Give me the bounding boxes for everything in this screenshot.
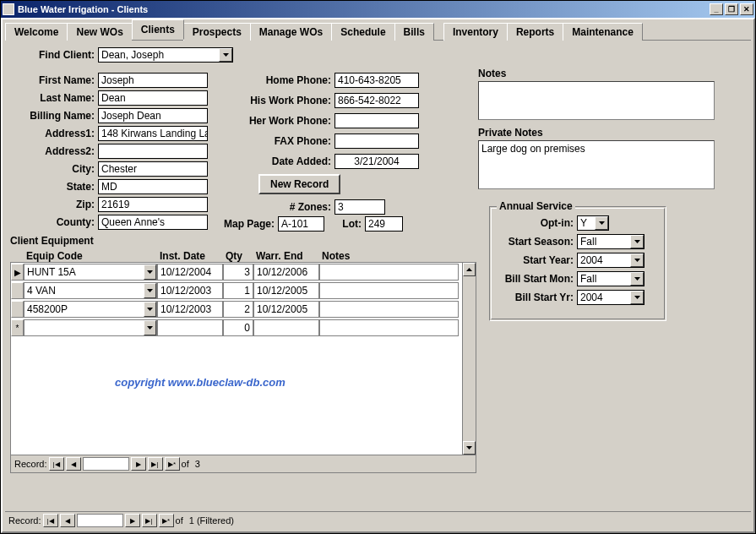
nav-prev-icon[interactable]: ◀ [66, 457, 81, 471]
her-work-phone-input[interactable] [334, 113, 419, 128]
county-input[interactable]: Queen Anne's [98, 215, 208, 230]
inst-date-cell[interactable] [157, 319, 223, 336]
his-work-phone-input[interactable]: 866-542-8022 [334, 93, 419, 108]
scroll-down-icon[interactable] [463, 441, 476, 455]
nav-current-input[interactable] [83, 457, 129, 471]
qty-cell[interactable]: 0 [223, 319, 253, 336]
equipment-row[interactable]: ▶ HUNT 15A 10/12/2004 3 10/12/2006 [11, 263, 476, 281]
state-label: State: [22, 181, 98, 193]
notes-cell[interactable] [319, 264, 459, 281]
dropdown-icon[interactable] [595, 216, 608, 230]
notes-cell[interactable] [319, 301, 459, 318]
tab-welcome[interactable]: Welcome [5, 23, 68, 41]
address2-input[interactable] [98, 144, 208, 159]
minimize-button[interactable]: _ [710, 3, 723, 15]
start-season-combo[interactable]: Fall [577, 234, 645, 249]
private-notes-textarea[interactable]: Large dog on premises [478, 140, 715, 189]
home-phone-input[interactable]: 410-643-8205 [334, 73, 419, 88]
restore-button[interactable]: ❐ [725, 3, 738, 15]
fax-phone-input[interactable] [334, 134, 419, 149]
nav-last-icon[interactable]: ▶| [148, 457, 163, 471]
nav-first-icon[interactable]: |◀ [49, 457, 64, 471]
equip-code-combo[interactable]: HUNT 15A [24, 264, 157, 281]
dropdown-icon[interactable] [144, 283, 156, 298]
tab-prospects[interactable]: Prospects [183, 23, 251, 41]
dropdown-icon[interactable] [630, 253, 644, 267]
svg-marker-1 [599, 221, 605, 225]
warr-end-cell[interactable] [253, 319, 319, 336]
tab-reports[interactable]: Reports [507, 23, 563, 41]
inst-date-cell[interactable]: 10/12/2004 [157, 264, 223, 281]
equip-code-combo[interactable]: 458200P [24, 301, 157, 318]
new-record-button[interactable]: New Record [258, 174, 340, 194]
inst-date-cell[interactable]: 10/12/2003 [157, 301, 223, 318]
dropdown-icon[interactable] [219, 48, 232, 62]
bill-start-mon-combo[interactable]: Fall [577, 271, 645, 286]
tab-clients[interactable]: Clients [132, 19, 184, 40]
nav-next-icon[interactable]: ▶ [125, 514, 140, 527]
svg-marker-6 [147, 270, 153, 274]
qty-cell[interactable]: 3 [223, 264, 253, 281]
map-page-input[interactable]: A-101 [278, 216, 324, 232]
row-selector-icon[interactable]: ▶ [11, 264, 24, 281]
warr-end-cell[interactable]: 10/12/2006 [253, 264, 319, 281]
equip-code-combo[interactable] [24, 319, 157, 336]
dropdown-icon[interactable] [144, 302, 156, 317]
equipment-grid-body: ▶ HUNT 15A 10/12/2004 3 10/12/2006 [11, 263, 476, 455]
tab-inventory[interactable]: Inventory [443, 23, 508, 41]
first-name-input[interactable]: Joseph [98, 73, 208, 88]
new-row-icon[interactable]: * [11, 319, 24, 336]
tab-schedule[interactable]: Schedule [331, 23, 394, 41]
billing-name-input[interactable]: Joseph Dean [98, 108, 208, 123]
form-record-nav: Record: |◀ ◀ ▶ ▶| ▶* of 1 (Filtered) [5, 511, 751, 529]
equipment-row-new[interactable]: * 0 [11, 319, 476, 337]
tab-bills[interactable]: Bills [394, 23, 434, 41]
lot-input[interactable]: 249 [365, 216, 403, 232]
nav-prev-icon[interactable]: ◀ [60, 514, 75, 527]
notes-cell[interactable] [319, 319, 459, 336]
last-name-input[interactable]: Dean [98, 90, 208, 106]
nav-new-icon[interactable]: ▶* [159, 514, 174, 527]
tab-manage-wos[interactable]: Manage WOs [250, 23, 332, 41]
tab-strip: Welcome New WOs Clients Prospects Manage… [5, 22, 751, 41]
equipment-row[interactable]: 458200P 10/12/2003 2 10/12/2005 [11, 300, 476, 319]
scroll-up-icon[interactable] [463, 263, 476, 276]
zip-input[interactable]: 21619 [98, 197, 208, 212]
nav-current-input[interactable] [77, 514, 123, 527]
city-input[interactable]: Chester [98, 161, 208, 177]
dropdown-icon[interactable] [630, 235, 644, 248]
notes-textarea[interactable] [478, 81, 715, 120]
date-added-input[interactable]: 3/21/2004 [334, 154, 419, 169]
qty-cell[interactable]: 1 [223, 282, 253, 299]
qty-cell[interactable]: 2 [223, 301, 253, 318]
row-selector-icon[interactable] [11, 282, 24, 299]
tab-maintenance[interactable]: Maintenance [563, 23, 643, 41]
opt-in-combo[interactable]: Y [577, 215, 609, 231]
warr-end-cell[interactable]: 10/12/2005 [253, 282, 319, 299]
nav-last-icon[interactable]: ▶| [142, 514, 157, 527]
bill-start-yr-combo[interactable]: 2004 [577, 290, 645, 305]
nav-first-icon[interactable]: |◀ [43, 514, 58, 527]
row-selector-icon[interactable] [11, 301, 24, 318]
dropdown-icon[interactable] [144, 264, 156, 280]
address1-input[interactable]: 148 Kirwans Landing Lane [98, 126, 208, 141]
nav-next-icon[interactable]: ▶ [131, 457, 146, 471]
grid-scrollbar[interactable] [462, 263, 476, 455]
dropdown-icon[interactable] [630, 291, 644, 304]
warr-end-cell[interactable]: 10/12/2005 [253, 301, 319, 318]
equipment-row[interactable]: 4 VAN 10/12/2003 1 10/12/2005 [11, 281, 476, 300]
map-page-label: Map Page: [215, 218, 278, 230]
nav-new-icon[interactable]: ▶* [165, 457, 180, 471]
start-year-combo[interactable]: 2004 [577, 253, 645, 268]
dropdown-icon[interactable] [144, 320, 156, 335]
find-client-combo[interactable]: Dean, Joseph [98, 47, 233, 63]
close-button[interactable]: ✕ [740, 3, 753, 15]
dropdown-icon[interactable] [630, 272, 644, 286]
tab-new-wos[interactable]: New WOs [67, 23, 132, 41]
state-input[interactable]: MD [98, 179, 208, 194]
equip-code-combo[interactable]: 4 VAN [24, 282, 157, 299]
zones-input[interactable]: 3 [334, 199, 385, 215]
notes-cell[interactable] [319, 282, 459, 299]
inst-date-cell[interactable]: 10/12/2003 [157, 282, 223, 299]
bill-start-yr-label: Bill Start Yr: [497, 292, 577, 303]
